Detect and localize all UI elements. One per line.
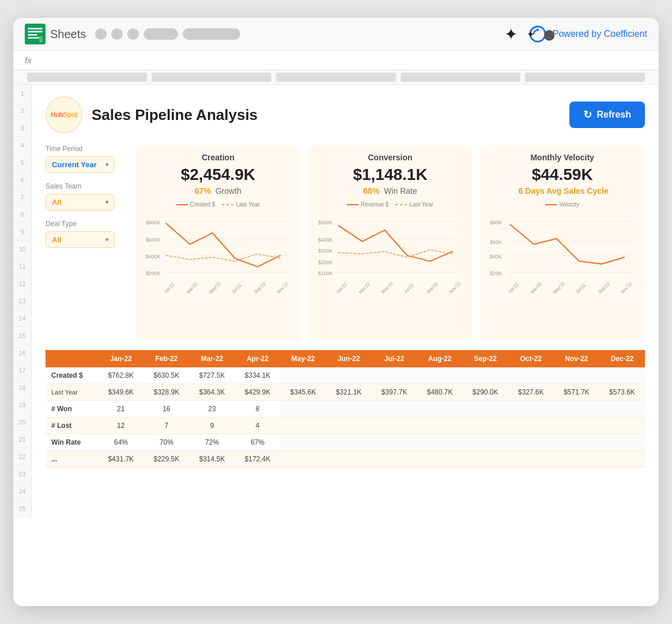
hubspot-text: HubSpot — [51, 111, 78, 119]
row-num-16: 16 — [13, 344, 31, 362]
cell-r4-c7 — [417, 434, 463, 451]
cell-r4-c5 — [326, 434, 371, 451]
cell-r4-c2: 72% — [189, 434, 235, 451]
content-area: HubSpot Sales Pipeline Analysis ↻ Refres… — [32, 85, 659, 517]
time-period-select[interactable]: Current Year ▾ — [46, 156, 115, 173]
deal-type-value: All — [52, 235, 62, 244]
svg-text:$20K: $20K — [490, 270, 502, 276]
th-empty — [46, 350, 98, 367]
deal-type-chevron: ▾ — [105, 236, 108, 243]
cell-r1-c1: $328.9K — [144, 384, 189, 401]
svg-text:$200K: $200K — [146, 270, 161, 276]
time-period-filter: Time Period Current Year ▾ — [46, 145, 126, 173]
time-period-chevron: ▾ — [105, 161, 108, 168]
th-apr22: Apr-22 — [235, 350, 280, 367]
legend-created-line — [176, 204, 188, 205]
sales-team-value: All — [52, 198, 62, 206]
table-row: # Lost12794 — [46, 418, 645, 434]
svg-text:$800K: $800K — [146, 220, 161, 225]
row-num-18: 18 — [13, 379, 31, 396]
cell-r5-c8 — [463, 451, 508, 468]
nav-dot-3 — [127, 28, 139, 40]
svg-text:Mar'22: Mar'22 — [186, 281, 199, 295]
velocity-sub: 6 Days Avg Sales Cycle — [489, 186, 636, 196]
conversion-legend: Revenue $ Last Year — [317, 201, 464, 208]
conversion-title: Conversion — [317, 153, 464, 162]
table-row: Win Rate64%70%72%67% — [46, 434, 645, 451]
row-num-9: 9 — [13, 223, 31, 240]
svg-rect-2 — [28, 31, 42, 33]
cell-r4-c8 — [463, 434, 508, 451]
conversion-card: Conversion $1,148.1K 68% Win Rate Revenu… — [308, 145, 473, 341]
cell-r0-c6 — [372, 367, 417, 384]
cell-r5-c1: $229.5K — [144, 451, 189, 468]
svg-text:$600K: $600K — [146, 237, 161, 243]
row-num-15: 15 — [13, 327, 31, 344]
row-num-17: 17 — [13, 362, 31, 379]
cell-r1-c0: $349.6K — [98, 384, 144, 401]
refresh-button[interactable]: ↻ Refresh — [569, 102, 645, 128]
svg-text:$500K: $500K — [318, 220, 333, 225]
svg-rect-3 — [28, 34, 37, 36]
velocity-label: 6 Days Avg Sales Cycle — [519, 186, 609, 196]
cell-r4-c4 — [280, 434, 326, 451]
col-header-3 — [276, 73, 396, 82]
svg-rect-4 — [28, 37, 39, 39]
svg-text:Mar'22: Mar'22 — [357, 281, 371, 295]
nav-dot-2 — [111, 28, 123, 40]
row-num-7: 7 — [13, 189, 31, 206]
col-header-1 — [27, 73, 147, 82]
th-mar22: Mar-22 — [189, 350, 235, 367]
sparkle-big-icon: ✦ — [504, 25, 518, 44]
row-num-19: 19 — [13, 396, 31, 414]
cell-r4-c9 — [508, 434, 554, 451]
svg-text:$80K: $80K — [490, 220, 502, 225]
cell-r1-c2: $364.3K — [189, 384, 235, 401]
row-label-0: Created $ — [46, 367, 98, 384]
row-num-8: 8 — [13, 206, 31, 223]
svg-text:Sep'22: Sep'22 — [253, 281, 266, 294]
velocity-legend: Velocity — [489, 201, 636, 208]
legend-created: Created $ — [176, 201, 216, 208]
cell-r0-c3: $334.1K — [235, 367, 280, 384]
svg-text:$200K: $200K — [318, 260, 333, 265]
conversion-chart: $500K $400K $300K $200K $100K — [317, 212, 464, 305]
row-num-21: 21 — [13, 431, 31, 448]
svg-text:$100K: $100K — [318, 270, 333, 276]
svg-text:Jan'22: Jan'22 — [507, 281, 520, 295]
deal-type-select[interactable]: All ▾ — [46, 231, 115, 248]
cell-r2-c4 — [280, 401, 326, 418]
velocity-chart: $80K $60K $40K $20K Jan'22 Mar'22 — [489, 212, 636, 305]
time-period-value: Current Year — [52, 160, 97, 169]
legend-revenue-label: Revenue $ — [361, 201, 388, 208]
fx-label: fx — [25, 55, 32, 65]
legend-lastyear-label: Last Year — [236, 201, 260, 208]
deal-type-filter: Deal Type All ▾ — [46, 220, 126, 248]
sparkle-small-icon: ✦ — [527, 29, 534, 40]
row-label-1: Last Year — [46, 384, 98, 401]
sheets-title: Sheets — [50, 28, 86, 41]
browser-window: ✦ ✦ ⬤ Sheets — [13, 18, 659, 606]
cell-r3-c7 — [417, 418, 463, 434]
charts-area: Creation $2,454.9K 67% Growth Created $ — [135, 145, 645, 341]
svg-text:Jan'22: Jan'22 — [163, 281, 176, 295]
th-jun22: Jun-22 — [326, 350, 371, 367]
dashboard-title-area: HubSpot Sales Pipeline Analysis — [46, 96, 258, 133]
row-label-3: # Lost — [46, 418, 98, 434]
sales-team-chevron: ▾ — [105, 199, 108, 205]
conversion-pct: 68% — [363, 186, 379, 196]
cell-r1-c8: $290.0K — [463, 384, 508, 401]
creation-legend: Created $ Last Year — [145, 201, 292, 208]
cell-r2-c1: 16 — [144, 401, 189, 418]
cell-r5-c3: $172.4K — [235, 451, 280, 468]
conversion-svg: $500K $400K $300K $200K $100K — [317, 212, 464, 305]
table-header-row: Jan-22 Feb-22 Mar-22 Apr-22 May-22 Jun-2… — [46, 350, 645, 367]
cell-r5-c5 — [326, 451, 371, 468]
th-oct22: Oct-22 — [508, 350, 554, 367]
sales-team-select[interactable]: All ▾ — [46, 194, 115, 210]
velocity-svg: $80K $60K $40K $20K Jan'22 Mar'22 — [489, 212, 636, 305]
svg-text:Jul'22: Jul'22 — [231, 283, 243, 295]
creation-pct: 67% — [195, 186, 211, 196]
legend-velocity: Velocity — [545, 201, 579, 208]
row-label-5: ... — [46, 451, 98, 468]
